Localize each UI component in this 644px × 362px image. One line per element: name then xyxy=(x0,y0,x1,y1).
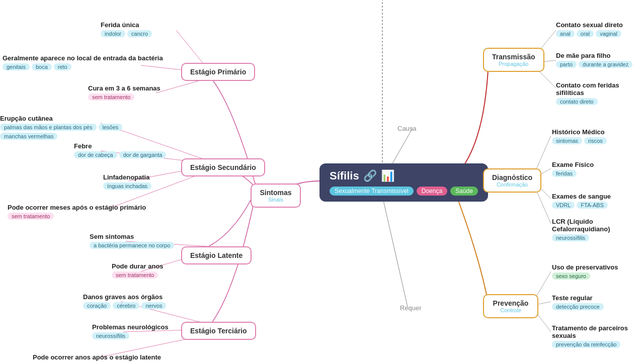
center-node: Sífilis 🔗 📊 Sexualmente Transmissível Do… xyxy=(319,163,488,202)
transmissao-node: Transmissão Propagação xyxy=(483,48,544,72)
leaf-ferida-unica: Ferida única indolor cancro xyxy=(101,21,152,37)
leaf-mae-filho: De mãe para filho parto durante a gravid… xyxy=(556,52,632,68)
tag-disease: Doença xyxy=(417,187,447,196)
leaf-contato-sexual: Contato sexual direto anal oral vaginal xyxy=(556,21,623,37)
leaf-pode-ocorrer-meses: Pode ocorrer meses após o estágio primár… xyxy=(8,204,146,220)
prevencao-node: Prevenção Controle xyxy=(483,294,538,318)
estagio-terciario-label: Estágio Terciário xyxy=(190,327,247,335)
estagio-latente-node: Estágio Latente xyxy=(181,246,252,264)
diagnostico-label: Diagnóstico xyxy=(492,173,532,182)
leaf-danos-graves: Danos graves aos órgãos coração cérebro … xyxy=(83,293,166,309)
leaf-exames-sangue: Exames de sangue VDRL FTA-ABS xyxy=(552,193,611,209)
center-title-text: Sífilis xyxy=(330,169,359,183)
estagio-primario-label: Estágio Primário xyxy=(190,68,246,76)
leaf-preservativos: Uso de preservativos sexo seguro xyxy=(552,263,618,280)
prevencao-label: Prevenção xyxy=(492,299,529,307)
leaf-pode-ocorrer-anos: Pode ocorrer anos após o estágio latente xyxy=(33,353,161,362)
leaf-contato-feridas: Contato com feridas sifilíticas contato … xyxy=(556,81,644,105)
leaf-exame-fisico: Exame Físico feridas xyxy=(552,161,594,177)
leaf-geralmente-aparece: Geralmente aparece no local de entrada d… xyxy=(3,54,163,70)
estagio-secundario-node: Estágio Secundário xyxy=(181,158,265,176)
leaf-tratamento-parceiros: Tratamento de parceiros sexuais prevençã… xyxy=(552,324,644,348)
diagnostico-sub: Confirmação xyxy=(492,182,532,188)
estagio-primario-node: Estágio Primário xyxy=(181,63,255,81)
leaf-linfadenopatia: Linfadenopatia ínguas inchadas xyxy=(103,173,151,190)
tag-health: Saúde xyxy=(450,187,478,196)
leaf-erupcao: Erupção cutânea palmas das mãos e planta… xyxy=(0,115,176,140)
sintomas-label: Sintomas xyxy=(260,189,292,197)
link-icon: 🔗 xyxy=(363,169,377,183)
center-title: Sífilis 🔗 📊 xyxy=(330,169,478,183)
leaf-problemas-neurologicos: Problemas neurológicos neurossífilis xyxy=(92,323,169,339)
diagnostico-node: Diagnóstico Confirmação xyxy=(483,168,541,193)
leaf-lcr: LCR (Líquido Cefalorraquidiano) neurossí… xyxy=(552,218,644,241)
estagio-latente-label: Estágio Latente xyxy=(190,251,243,259)
causa-label: Causa xyxy=(397,125,417,132)
transmissao-sub: Propagação xyxy=(492,61,535,67)
sintomas-sub: Sinais xyxy=(260,197,292,203)
sintomas-node: Sintomas Sinais xyxy=(251,184,301,208)
leaf-teste-regular: Teste regular detecção precoce xyxy=(552,294,604,310)
leaf-febre: Febre dor de cabeça dor de garganta xyxy=(74,142,166,158)
estagio-secundario-label: Estágio Secundário xyxy=(190,163,256,171)
leaf-pode-durar-anos: Pode durar anos sem tratamento xyxy=(112,262,164,279)
requer-label: Requer xyxy=(400,304,422,312)
grid-icon: 📊 xyxy=(381,169,394,183)
leaf-historico: Histórico Médico sintomas riscos xyxy=(552,128,607,144)
transmissao-label: Transmissão xyxy=(492,53,535,61)
tag-sexually: Sexualmente Transmissível xyxy=(330,187,414,196)
estagio-terciario-node: Estágio Terciário xyxy=(181,322,256,340)
leaf-cura: Cura em 3 a 6 semanas sem tratamento xyxy=(88,84,160,101)
prevencao-sub: Controle xyxy=(492,307,529,313)
leaf-sem-sintomas: Sem sintomas a bactéria permanece no cor… xyxy=(90,233,174,249)
center-tags: Sexualmente Transmissível Doença Saúde xyxy=(330,187,478,196)
